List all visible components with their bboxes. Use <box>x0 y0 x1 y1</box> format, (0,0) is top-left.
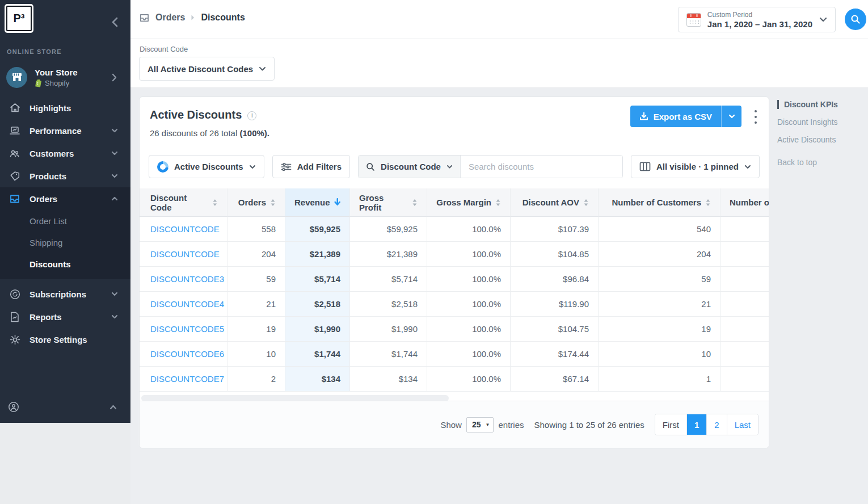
page-2-button[interactable]: 2 <box>707 414 727 435</box>
table-row: DISCOUNTCODE3 59 $5,714 $5,714 100.0% $9… <box>140 267 769 292</box>
search-field-dropdown[interactable]: Discount Code <box>359 156 461 178</box>
search-input[interactable] <box>461 156 622 178</box>
sidebar-subitem-shipping[interactable]: Shipping <box>0 232 130 253</box>
column-header-gross-margin[interactable]: Gross Margin <box>427 188 511 217</box>
page-first-button[interactable]: First <box>655 414 687 435</box>
anchor-discount-kpis[interactable]: Discount KPIs <box>777 100 862 109</box>
revenue-cell: $1,744 <box>285 342 350 367</box>
back-to-top-link[interactable]: Back to top <box>777 158 862 167</box>
period-value: Jan 1, 2020 – Jan 31, 2020 <box>707 19 812 29</box>
sidebar-item-products[interactable]: Products <box>0 165 130 187</box>
sidebar-subitem-discounts[interactable]: Discounts <box>0 253 130 275</box>
sidebar-item-customers[interactable]: Customers <box>0 142 130 165</box>
column-header-revenue[interactable]: Revenue <box>285 188 350 217</box>
document-icon <box>8 312 22 322</box>
breadcrumb-separator-icon <box>191 14 195 21</box>
sidebar-item-subscriptions[interactable]: Subscriptions <box>0 283 130 305</box>
sidebar-item-performance[interactable]: Performance <box>0 119 130 142</box>
page-last-button[interactable]: Last <box>727 414 758 435</box>
export-options-button[interactable] <box>721 106 741 127</box>
discount-aov-cell: $104.85 <box>511 242 599 267</box>
chevron-down-icon <box>111 174 118 178</box>
sidebar-item-highlights[interactable]: Highlights <box>0 96 130 119</box>
discount-code-link[interactable]: DISCOUNTCODE3 <box>150 274 224 284</box>
customers-cell: 21 <box>599 292 720 317</box>
gross-profit-cell: $1,744 <box>350 342 427 367</box>
column-header-discount-aov[interactable]: Discount AOV <box>511 188 599 217</box>
sort-arrows-icon <box>495 199 501 207</box>
card-title: Active Discounts <box>150 108 242 121</box>
orders-cell: 2 <box>227 367 285 392</box>
inbox-tray-icon <box>139 13 150 23</box>
active-anchor-marker <box>777 100 779 109</box>
sidebar-item-reports[interactable]: Reports <box>0 305 130 328</box>
arrow-down-icon <box>334 198 340 207</box>
gross-profit-cell: $21,389 <box>350 242 427 267</box>
column-header-discount-code[interactable]: Discount Code <box>140 188 227 217</box>
store-switcher[interactable]: Your Store Shopify <box>0 62 130 92</box>
gross-margin-cell: 100.0% <box>427 317 511 342</box>
discount-code-filter-dropdown[interactable]: All Active Discount Codes <box>139 57 275 81</box>
table-row: DISCOUNTCODE 204 $21,389 $21,389 100.0% … <box>140 242 769 267</box>
app-logo[interactable]: P³ <box>6 6 32 31</box>
shopify-bag-icon <box>35 79 42 87</box>
store-platform: Shopify <box>45 79 69 87</box>
sidebar-nav: Highlights Performance Customers Prod <box>0 96 130 351</box>
view-dropdown[interactable]: Active Discounts <box>149 155 264 178</box>
column-header-number-of-customers[interactable]: Number of Customers <box>599 188 720 217</box>
tag-icon <box>8 171 22 181</box>
page-size-select[interactable]: 25 ▼ <box>466 417 494 432</box>
column-header-clipped[interactable]: Number of <box>720 188 769 217</box>
sidebar-subitem-order-list[interactable]: Order List <box>0 210 130 232</box>
discount-code-link[interactable]: DISCOUNTCODE7 <box>150 374 224 384</box>
discount-code-link[interactable]: DISCOUNTCODE <box>150 224 220 234</box>
sidebar-item-store-settings[interactable]: Store Settings <box>0 328 130 351</box>
info-icon[interactable]: i <box>247 111 256 120</box>
discount-code-link[interactable]: DISCOUNTCODE6 <box>150 349 224 359</box>
person-circle-icon[interactable] <box>8 401 19 413</box>
gross-margin-cell: 100.0% <box>427 217 511 242</box>
global-search-button[interactable] <box>845 9 866 30</box>
column-header-gross-profit[interactable]: Gross Profit <box>350 188 427 217</box>
sidebar: P³ ONLINE STORE Your Store Shopify <box>0 0 130 423</box>
page-1-button[interactable]: 1 <box>687 414 707 435</box>
discount-code-link[interactable]: DISCOUNTCODE5 <box>150 324 224 334</box>
revenue-cell: $59,925 <box>285 217 350 242</box>
discount-aov-cell: $107.39 <box>511 217 599 242</box>
date-range-picker[interactable]: Custom Period Jan 1, 2020 – Jan 31, 2020 <box>678 7 836 32</box>
column-header-orders[interactable]: Orders <box>227 188 285 217</box>
orders-cell: 59 <box>227 267 285 292</box>
period-label: Custom Period <box>707 11 812 19</box>
add-filters-button[interactable]: Add Filters <box>272 155 350 178</box>
store-name: Your Store <box>35 68 112 77</box>
customers-cell: 1 <box>599 367 720 392</box>
chevron-down-icon <box>728 114 735 119</box>
collapse-sidebar-icon[interactable] <box>112 17 118 27</box>
columns-icon <box>639 162 651 171</box>
discounts-table: Discount Code Orders Revenue Gross Profi… <box>140 188 769 392</box>
gross-profit-cell: $1,990 <box>350 317 427 342</box>
entries-label: entries <box>498 420 524 430</box>
discount-code-link[interactable]: DISCOUNTCODE <box>150 249 220 259</box>
people-icon <box>8 149 22 158</box>
sidebar-item-orders[interactable]: Orders <box>0 187 130 210</box>
magnifier-icon <box>850 14 861 24</box>
discount-code-link[interactable]: DISCOUNTCODE4 <box>150 299 224 309</box>
calendar-icon <box>686 13 701 27</box>
anchor-active-discounts[interactable]: Active Discounts <box>777 135 862 144</box>
revenue-cell: $134 <box>285 367 350 392</box>
sort-arrows-icon <box>212 199 218 207</box>
orders-cell: 19 <box>227 317 285 342</box>
export-csv-button[interactable]: Export as CSV <box>630 106 721 127</box>
kebab-menu-icon[interactable] <box>751 110 761 124</box>
orders-cell: 204 <box>227 242 285 267</box>
table-header-row: Discount Code Orders Revenue Gross Profi… <box>140 188 769 217</box>
sort-arrows-icon <box>270 199 276 207</box>
chevron-up-icon[interactable] <box>109 405 117 410</box>
chevron-down-icon <box>819 17 827 22</box>
breadcrumb-parent[interactable]: Orders <box>155 12 185 23</box>
columns-visibility-button[interactable]: All visible · 1 pinned <box>631 155 760 178</box>
discount-aov-cell: $119.90 <box>511 292 599 317</box>
anchor-discount-insights[interactable]: Discount Insights <box>777 117 862 127</box>
laptop-chart-icon <box>8 126 22 136</box>
